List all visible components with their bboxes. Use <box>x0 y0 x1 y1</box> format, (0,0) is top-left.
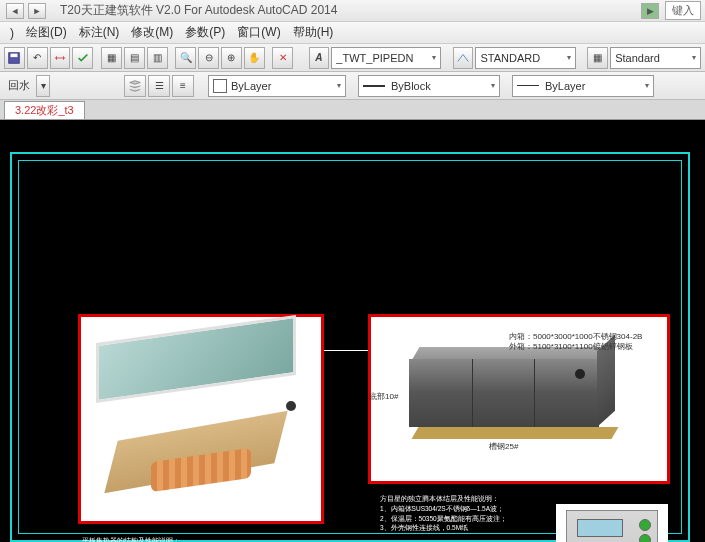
undo-icon[interactable]: ↶ <box>27 47 48 69</box>
chevron-down-icon: ▾ <box>563 53 571 62</box>
drawing-canvas[interactable]: 内箱：5000*3000*1000不锈钢304-2B 外箱：5100*3100*… <box>0 120 705 542</box>
dimstyle-icon[interactable] <box>453 47 474 69</box>
desc2-title: 方目星的独立腾本体结层及性能说明： <box>380 494 560 504</box>
menu-annotate[interactable]: 标注(N) <box>73 22 126 43</box>
floor-heating-image <box>111 427 291 497</box>
tab-strip: 3.22改彩_t3 <box>0 100 705 120</box>
dim-icon[interactable] <box>50 47 71 69</box>
color-dropdown[interactable]: ByLayer▾ <box>208 75 346 97</box>
linetype-label: ByLayer <box>545 80 585 92</box>
tablestyle-icon[interactable]: ▦ <box>587 47 608 69</box>
cabinet-image <box>566 510 658 542</box>
toolbar-layer: 回水 ▾ ☰ ≡ ByLayer▾ ByBlock▾ ByLayer▾ <box>0 72 705 100</box>
title-bar: ◄ ► T20天正建筑软件 V2.0 For Autodesk AutoCAD … <box>0 0 705 22</box>
cabinet-btn-green2 <box>639 534 651 542</box>
tablestyle-dropdown[interactable]: Standard▾ <box>610 47 701 69</box>
check-icon[interactable] <box>72 47 93 69</box>
textstyle-dropdown[interactable]: _TWT_PIPEDN▾ <box>331 47 441 69</box>
cabinet-btn-green <box>639 519 651 531</box>
dimstyle-dropdown[interactable]: STANDARD▾ <box>475 47 575 69</box>
drawing-tab[interactable]: 3.22改彩_t3 <box>4 101 85 119</box>
tablestyle-label: Standard <box>615 52 660 64</box>
menu-window[interactable]: 窗口(W) <box>231 22 286 43</box>
panel-cabinet: 智能控制柜 <box>556 504 668 542</box>
zoom-ext-icon[interactable]: ⊕ <box>221 47 242 69</box>
nav-fwd-button[interactable]: ► <box>28 3 46 19</box>
chevron-down-icon: ▾ <box>641 81 649 90</box>
zoom-out-icon[interactable]: ⊖ <box>198 47 219 69</box>
solar-collector-image <box>96 329 306 417</box>
tank-spec4: 槽钢25# <box>489 441 518 452</box>
layer-props-icon[interactable] <box>124 75 146 97</box>
layer-dropdown-btn[interactable]: ▾ <box>36 75 50 97</box>
app-title: T20天正建筑软件 V2.0 For Autodesk AutoCAD 2014 <box>60 2 639 19</box>
tank-spec3: 底部10# <box>369 391 398 402</box>
tab-label: 3.22改彩_t3 <box>15 103 74 118</box>
command-hint[interactable]: 键入 <box>665 1 701 20</box>
desc2-l2: 2、保温层：50350聚氨酯能有高压波注； <box>380 514 560 524</box>
zoom-in-icon[interactable]: 🔍 <box>175 47 196 69</box>
save-icon[interactable] <box>4 47 25 69</box>
menu-help[interactable]: 帮助(H) <box>287 22 340 43</box>
connector-line <box>324 350 368 351</box>
grid1-icon[interactable]: ▦ <box>101 47 122 69</box>
nav-back-button[interactable]: ◄ <box>6 3 24 19</box>
text-a-icon[interactable]: A <box>309 47 330 69</box>
menu-params[interactable]: 参数(P) <box>179 22 231 43</box>
pan-icon[interactable]: ✋ <box>244 47 265 69</box>
menu-modify[interactable]: 修改(M) <box>125 22 179 43</box>
svg-rect-1 <box>11 53 18 57</box>
close-x-icon[interactable]: ✕ <box>272 47 293 69</box>
desc-collector: 平板集热器的结构及性能说明： 1、集热器热性能优良同台器，吸热效率高吸收分选择；… <box>82 536 342 542</box>
chevron-down-icon: ▾ <box>688 53 696 62</box>
dimstyle-label: STANDARD <box>480 52 540 64</box>
color-label: ByLayer <box>231 80 271 92</box>
layer-current: 回水 <box>4 78 34 93</box>
lineweight-dropdown[interactable]: ByBlock▾ <box>358 75 500 97</box>
desc-tank: 方目星的独立腾本体结层及性能说明： 1、内箱体SUS304/2S不锈钢δ—1.5… <box>380 494 560 533</box>
chevron-down-icon: ▾ <box>428 53 436 62</box>
tank-spec2: 外箱：5100*3100*1100镀铝锌钢板 <box>509 341 633 352</box>
menu-bar: ) 绘图(D) 标注(N) 修改(M) 参数(P) 窗口(W) 帮助(H) <box>0 22 705 44</box>
tank-image: 内箱：5000*3000*1000不锈钢304-2B 外箱：5100*3100*… <box>389 327 649 457</box>
linetype-preview <box>517 85 539 86</box>
layer-states-icon[interactable]: ☰ <box>148 75 170 97</box>
layer-match-icon[interactable]: ≡ <box>172 75 194 97</box>
cabinet-screen <box>577 519 623 537</box>
panel-solar-collector <box>78 314 324 524</box>
toolbar-main: ↶ ▦ ▤ ▥ 🔍 ⊖ ⊕ ✋ ✕ A _TWT_PIPEDN▾ STANDAR… <box>0 44 705 72</box>
chevron-down-icon: ▾ <box>333 81 341 90</box>
lineweight-preview <box>363 85 385 87</box>
panel-water-tank: 内箱：5000*3000*1000不锈钢304-2B 外箱：5100*3100*… <box>368 314 670 484</box>
desc1-title: 平板集热器的结构及性能说明： <box>82 536 342 542</box>
grid3-icon[interactable]: ▥ <box>147 47 168 69</box>
nav-play-button[interactable]: ▶ <box>641 3 659 19</box>
menu-draw[interactable]: 绘图(D) <box>20 22 73 43</box>
color-swatch-white <box>213 79 227 93</box>
textstyle-label: _TWT_PIPEDN <box>336 52 413 64</box>
menu-close[interactable]: ) <box>4 24 20 42</box>
grid2-icon[interactable]: ▤ <box>124 47 145 69</box>
desc2-l3: 3、外壳钢性连接线，0.5M纸 <box>380 523 560 533</box>
linetype-dropdown[interactable]: ByLayer▾ <box>512 75 654 97</box>
desc2-l1: 1、内箱体SUS304/2S不锈钢δ—1.5A波； <box>380 504 560 514</box>
lineweight-label: ByBlock <box>391 80 431 92</box>
chevron-down-icon: ▾ <box>487 81 495 90</box>
